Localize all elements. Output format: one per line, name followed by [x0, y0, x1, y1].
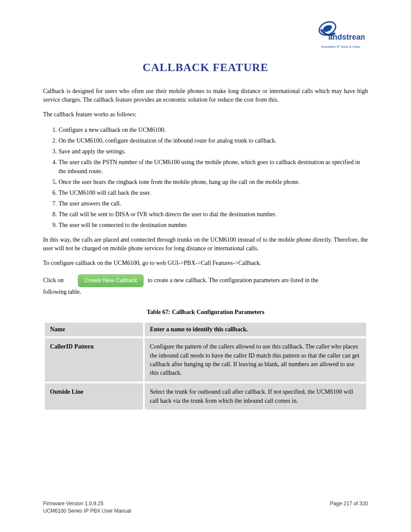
step-item: The UCM6100 will call back the user.: [59, 188, 368, 197]
step-item: The user answers the call.: [59, 199, 368, 208]
brand-logo: andstream Innovative IP Voice & Video: [317, 21, 364, 49]
table-caption: Table 67: Callback Configuration Paramet…: [43, 308, 368, 317]
page-number: 217 of 320: [343, 501, 368, 507]
page-title: CALLBACK FEATURE: [43, 59, 368, 76]
step-item: The user will be connected to the destin…: [59, 221, 368, 230]
click-prefix: Click on: [43, 277, 64, 283]
step-item: Save and apply the settings.: [59, 147, 368, 156]
param-label: Outside Line: [45, 383, 143, 410]
create-new-callback-button[interactable]: Create New Callback: [78, 274, 143, 287]
config-path: To configure callback on the UCM6100, go…: [43, 259, 368, 268]
page-label: Page: [330, 500, 342, 507]
header-name: Name: [45, 323, 143, 336]
footer-manual: UCM6100 Series IP PBX User Manual: [43, 507, 131, 515]
step-item: Configure a new callback on the UCM6100.: [59, 125, 368, 134]
step-item: The user calls the PSTN number of the UC…: [59, 158, 368, 176]
intro-paragraph: Callback is designed for users who often…: [43, 87, 368, 105]
param-desc: Configure the pattern of the callers all…: [145, 338, 366, 382]
step-item: Once the user hears the ringback tone fr…: [59, 177, 368, 187]
callback-params-table: Name Enter a name to identify this callb…: [43, 321, 368, 411]
how-it-works-lead: The callback feature works as follows:: [43, 110, 368, 119]
grandstream-logo-icon: andstream: [317, 21, 364, 46]
logo-tagline: Innovative IP Voice & Video: [317, 45, 364, 49]
header-desc: Enter a name to identify this callback.: [145, 323, 366, 336]
click-suffix: to create a new callback. The configurat…: [148, 277, 318, 283]
footer-firmware: Firmware Version 1.0.9.25: [43, 500, 131, 507]
step-item: On the UCM6100, configure destination of…: [59, 136, 368, 145]
click-intro: Click on Create New Callback to create a…: [43, 274, 368, 287]
note-paragraph: In this way, the calls are placed and co…: [43, 236, 368, 253]
page-footer: Firmware Version 1.0.9.25 UCM6100 Series…: [43, 500, 368, 515]
page-container: andstream Innovative IP Voice & Video CA…: [0, 0, 411, 532]
click-suffix2: following table.: [43, 288, 368, 296]
svg-text:andstream: andstream: [328, 33, 364, 41]
step-item: The call will be sent to DISA or IVR whi…: [59, 210, 368, 219]
table-row: CallerID Pattern Configure the pattern o…: [45, 338, 366, 382]
param-desc: Select the trunk for outbound call after…: [145, 383, 366, 410]
steps-list: Configure a new callback on the UCM6100.…: [43, 125, 368, 230]
param-label: CallerID Pattern: [45, 338, 143, 382]
table-header-row: Name Enter a name to identify this callb…: [45, 323, 366, 336]
table-row: Outside Line Select the trunk for outbou…: [45, 383, 366, 410]
